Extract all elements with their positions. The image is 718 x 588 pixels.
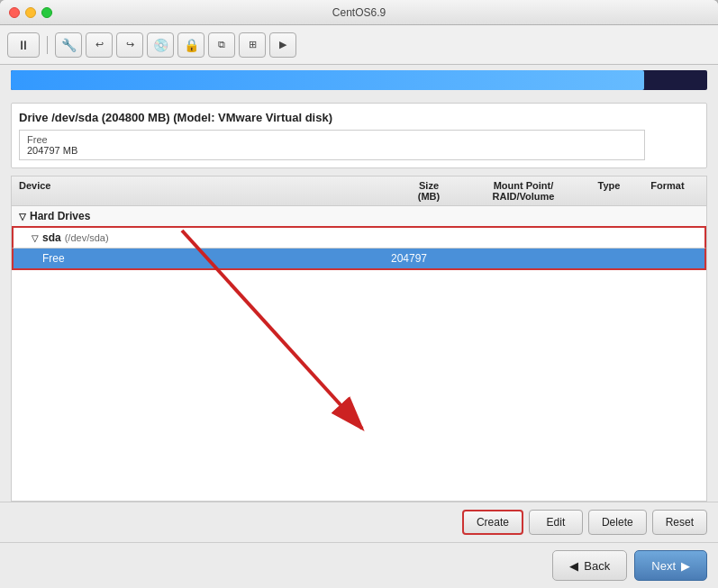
next-button[interactable]: Next ▶ [634, 550, 707, 581]
delete-button[interactable]: Delete [588, 510, 647, 535]
chevron-icon: ▶ [279, 39, 286, 50]
create-button[interactable]: Create [462, 510, 523, 535]
drive-card: Drive /dev/sda (204800 MB) (Model: VMwar… [11, 103, 707, 168]
sda-name: sda [42, 231, 61, 244]
reset-button[interactable]: Reset [652, 510, 707, 535]
drive-free-value: 204797 MB [27, 145, 77, 156]
back-label: Back [584, 559, 610, 573]
sda-device-cell: ▽ sda (/dev/sda) [32, 231, 391, 244]
chevron-button[interactable]: ▶ [269, 32, 296, 58]
back-arrow-nav-icon: ◀ [569, 559, 578, 573]
wrench-icon: 🔧 [61, 38, 77, 52]
action-buttons-row: Create Edit Delete Reset [0, 502, 718, 542]
vm-button[interactable]: ⊞ [239, 32, 266, 58]
expand-arrow-icon: ▽ [19, 212, 26, 222]
nav-buttons-row: ◀ Back Next ▶ [0, 542, 718, 588]
content-area: Drive /dev/sda (204800 MB) (Model: VMwar… [0, 65, 718, 588]
next-arrow-icon: ▶ [681, 559, 690, 573]
next-label: Next [651, 559, 676, 573]
vm-icon: ⊞ [249, 39, 257, 50]
window: CentOS6.9 ⏸ 🔧 ↩ ↪ 💿 🔒 ⧉ ⊞ ▶ [0, 0, 718, 588]
free-label-cell: Free [42, 252, 391, 265]
pause-button[interactable]: ⏸ [7, 32, 40, 58]
traffic-lights [9, 7, 52, 18]
lock-button[interactable]: 🔒 [177, 32, 204, 58]
col-mount: Mount Point/RAID/Volume [465, 180, 582, 202]
partition-table: Device Size(MB) Mount Point/RAID/Volume … [11, 176, 707, 502]
lock-icon: 🔒 [184, 38, 199, 52]
table-header: Device Size(MB) Mount Point/RAID/Volume … [12, 176, 706, 206]
back-arrow-icon: ↩ [95, 39, 104, 50]
partition-table-wrapper: Device Size(MB) Mount Point/RAID/Volume … [11, 176, 707, 502]
drive-free-box: Free 204797 MB [19, 130, 645, 160]
sda-arrow-icon: ▽ [32, 233, 39, 243]
titlebar: CentOS6.9 [0, 0, 718, 25]
window-title: CentOS6.9 [332, 6, 386, 19]
edit-button[interactable]: Edit [529, 510, 583, 535]
col-size: Size(MB) [393, 180, 465, 202]
toolbar: ⏸ 🔧 ↩ ↪ 💿 🔒 ⧉ ⊞ ▶ [0, 25, 718, 65]
sda-path: (/dev/sda) [65, 232, 109, 243]
free-size-cell: 204797 [391, 252, 463, 265]
copy-icon: ⧉ [218, 39, 225, 50]
col-type: Type [582, 180, 636, 202]
settings-button[interactable]: 🔧 [55, 32, 82, 58]
hard-drives-section: ▽ Hard Drives [12, 206, 706, 226]
copy-button[interactable]: ⧉ [208, 32, 235, 58]
back-button[interactable]: ◀ Back [552, 550, 627, 581]
col-format: Format [636, 180, 699, 202]
forward-nav-button[interactable]: ↪ [116, 32, 143, 58]
disk-button[interactable]: 💿 [147, 32, 174, 58]
progress-bar-fill [11, 70, 644, 90]
progress-bar-container [11, 70, 707, 90]
disk-icon: 💿 [153, 38, 168, 52]
pause-icon: ⏸ [17, 38, 30, 52]
free-space-row[interactable]: Free 204797 [12, 249, 706, 270]
back-nav-button[interactable]: ↩ [86, 32, 113, 58]
maximize-button[interactable] [41, 7, 52, 18]
separator-1 [47, 36, 48, 54]
minimize-button[interactable] [25, 7, 36, 18]
close-button[interactable] [9, 7, 20, 18]
section-label: Hard Drives [30, 210, 90, 222]
drive-title: Drive /dev/sda (204800 MB) (Model: VMwar… [19, 111, 699, 124]
col-device: Device [19, 180, 393, 202]
drive-free-label: Free [27, 134, 48, 145]
table-body: ▽ Hard Drives ▽ sda (/dev/sda) [12, 206, 706, 501]
sda-device-row[interactable]: ▽ sda (/dev/sda) [12, 226, 706, 249]
forward-arrow-icon: ↪ [126, 39, 134, 50]
